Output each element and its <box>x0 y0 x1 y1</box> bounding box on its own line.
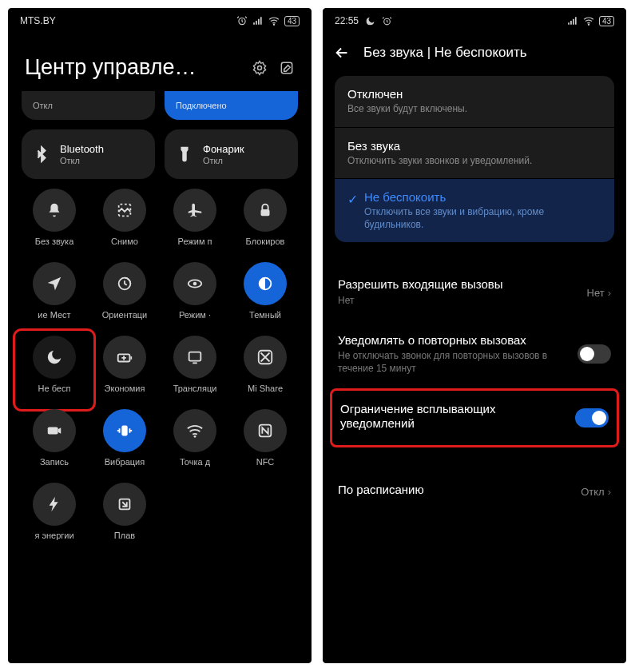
partial-tile-1[interactable]: Откл <box>22 91 155 120</box>
phone-dnd-settings: 22:55 43 Без звука | Не беспокоить Отклю… <box>323 8 626 663</box>
toggle-darkmode[interactable]: Темный <box>232 262 298 331</box>
popup-limit-switch[interactable] <box>575 408 609 427</box>
settings-gear-icon[interactable] <box>252 60 268 76</box>
darkmode-icon <box>244 262 287 305</box>
bell-icon <box>33 189 76 232</box>
toggle-label: Без звука <box>35 237 74 257</box>
eye-icon <box>173 262 216 305</box>
status-bar: 22:55 43 <box>323 9 625 33</box>
toggle-battery-plus[interactable]: Экономия <box>92 336 157 404</box>
svg-point-2 <box>258 66 262 70</box>
floating-icon <box>103 483 146 526</box>
large-tile-partial-row: Откл Подключено <box>22 91 298 120</box>
settings-title: Без звука | Не беспокоить <box>363 45 527 61</box>
toggle-vibrate[interactable]: Вибрация <box>92 409 157 478</box>
toggle-camera[interactable]: Запись <box>22 409 87 478</box>
toggle-wifi[interactable]: Точка д <box>162 409 228 478</box>
toggle-label: Не бесп <box>38 384 71 404</box>
flashlight-tile[interactable]: Фонарик Откл <box>165 129 298 179</box>
svg-rect-5 <box>261 209 270 216</box>
cast-icon <box>173 336 216 379</box>
toggle-bolt[interactable]: я энергии <box>22 483 87 551</box>
repeat-calls-switch[interactable] <box>577 344 611 364</box>
airplane-icon <box>173 189 216 232</box>
toggle-label: Плав <box>114 531 135 551</box>
svg-rect-11 <box>130 356 132 360</box>
svg-rect-16 <box>121 426 127 436</box>
partial-tile-2[interactable]: Подключено <box>165 91 298 120</box>
toggle-label: Вибрация <box>105 457 145 478</box>
toggle-airplane[interactable]: Режим п <box>162 189 228 257</box>
wifi-icon <box>173 409 216 452</box>
alarm-status-icon <box>382 16 392 26</box>
toggle-label: Ориентаци <box>102 310 148 331</box>
bluetooth-icon <box>33 145 50 163</box>
vibrate-icon <box>103 409 146 452</box>
moon-icon <box>33 336 76 379</box>
toggle-bell[interactable]: Без звука <box>22 189 87 257</box>
toggle-label: Запись <box>40 457 69 478</box>
status-time: 22:55 <box>335 15 359 26</box>
toggle-label: Блокиров <box>246 237 285 257</box>
orientation-icon <box>103 262 146 305</box>
battery-plus-icon <box>103 336 146 379</box>
mishare-icon <box>244 336 287 379</box>
sound-mode-option-0[interactable]: ОтключенВсе звуки будут включены. <box>335 76 614 127</box>
battery-indicator: 43 <box>599 16 614 26</box>
chevron-right-icon: › <box>608 287 611 299</box>
bluetooth-tile[interactable]: Bluetooth Откл <box>22 129 155 179</box>
control-center-title: Центр управле… <box>25 55 196 80</box>
edit-icon[interactable] <box>279 60 295 76</box>
schedule-row[interactable]: По расписанию Откл › <box>323 470 625 513</box>
toggle-nfc[interactable]: NFC <box>232 409 298 478</box>
signal-icon <box>252 15 264 26</box>
svg-point-1 <box>273 24 274 25</box>
toggle-label: Экономия <box>105 384 145 404</box>
nfc-icon <box>244 409 287 452</box>
toggle-label: Режим п <box>178 237 212 257</box>
status-bar: MTS.BY 43 <box>9 9 311 33</box>
toggle-label: Режим · <box>179 310 211 331</box>
svg-point-8 <box>193 282 197 286</box>
phone-control-center: MTS.BY 43 Центр управле… <box>8 8 312 663</box>
alarm-icon <box>236 15 248 26</box>
toggle-label: Точка д <box>180 457 210 478</box>
svg-point-21 <box>588 24 589 25</box>
toggle-label: ие Мест <box>38 310 70 331</box>
toggle-label: я энергии <box>34 531 73 551</box>
repeat-calls-row[interactable]: Уведомлять о повторных вызовах Не отключ… <box>323 320 625 388</box>
svg-rect-13 <box>192 362 197 364</box>
toggle-label: Трансляци <box>173 384 217 404</box>
svg-rect-15 <box>48 427 58 434</box>
moon-status-icon <box>365 16 375 26</box>
wifi-icon <box>268 15 280 26</box>
svg-point-17 <box>194 435 196 438</box>
sound-mode-option-2[interactable]: ✓Не беспокоитьОтключить все звуки и вибр… <box>335 179 614 242</box>
toggle-moon[interactable]: Не бесп <box>17 332 92 408</box>
toggle-screenshot[interactable]: Снимо <box>92 189 157 257</box>
allow-incoming-calls-row[interactable]: Разрешить входящие вызовы Нет Нет › <box>323 264 625 320</box>
back-button[interactable] <box>333 44 351 62</box>
popup-limit-row[interactable]: Ограничение всплывающих уведомлений <box>332 391 617 446</box>
toggle-label: Mi Share <box>248 384 283 404</box>
battery-indicator: 43 <box>284 16 300 26</box>
chevron-right-icon: › <box>608 486 611 498</box>
location-icon <box>33 262 76 305</box>
signal-icon <box>567 15 578 26</box>
toggle-cast[interactable]: Трансляци <box>162 336 228 404</box>
toggle-label: NFC <box>256 457 275 478</box>
checkmark-icon: ✓ <box>347 192 358 207</box>
bolt-icon <box>33 483 76 526</box>
toggle-label: Темный <box>249 310 281 331</box>
sound-mode-option-1[interactable]: Без звукаОтключить звуки звонков и уведо… <box>335 128 614 179</box>
wifi-icon <box>583 15 594 26</box>
toggle-floating[interactable]: Плав <box>92 483 157 551</box>
toggle-lock[interactable]: Блокиров <box>232 189 298 257</box>
toggle-eye[interactable]: Режим · <box>162 262 228 331</box>
svg-rect-12 <box>189 352 201 361</box>
screenshot-icon <box>103 189 146 232</box>
toggle-location[interactable]: ие Мест <box>22 262 87 331</box>
lock-icon <box>244 189 287 232</box>
toggle-orientation[interactable]: Ориентаци <box>92 262 157 331</box>
toggle-mishare[interactable]: Mi Share <box>232 336 298 404</box>
